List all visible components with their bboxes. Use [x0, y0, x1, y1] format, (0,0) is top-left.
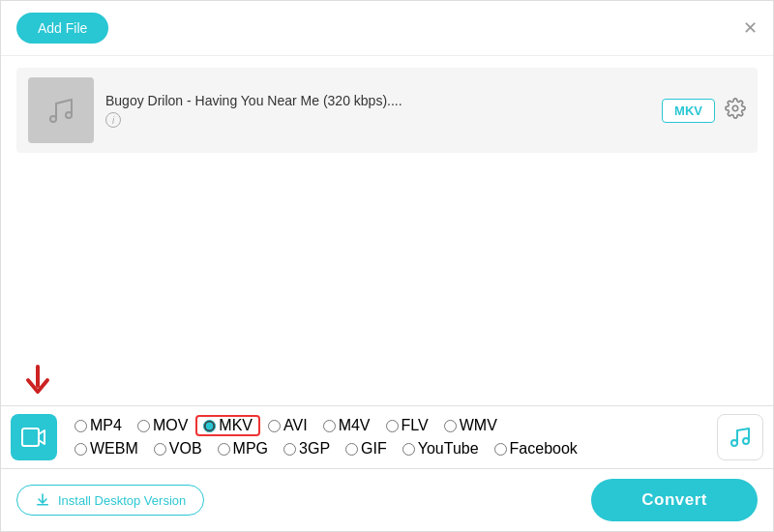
radio-3gp[interactable]	[283, 443, 296, 456]
file-item: Bugoy Drilon - Having You Near Me (320 k…	[16, 68, 758, 153]
format-option-vob[interactable]: VOB	[146, 438, 210, 459]
radio-wmv[interactable]	[444, 420, 457, 432]
arrow-row	[1, 353, 773, 405]
svg-rect-3	[22, 363, 30, 365]
radio-avi[interactable]	[268, 420, 281, 432]
format-option-avi[interactable]: AVI	[260, 415, 315, 436]
label-mov: MOV	[153, 417, 188, 434]
format-option-mp4[interactable]: MP4	[67, 415, 130, 436]
label-mp4: MP4	[90, 417, 122, 434]
format-badge-button[interactable]: MKV	[662, 99, 715, 123]
radio-youtube[interactable]	[402, 443, 415, 456]
label-facebook: Facebook	[510, 440, 578, 458]
spacer-area	[1, 164, 773, 319]
settings-button[interactable]	[725, 98, 746, 124]
format-option-m4v[interactable]: M4V	[315, 415, 378, 436]
format-option-mpg[interactable]: MPG	[210, 438, 276, 459]
file-name: Bugoy Drilon - Having You Near Me (320 k…	[105, 93, 650, 108]
file-list-area: Bugoy Drilon - Having You Near Me (320 k…	[1, 56, 773, 164]
label-youtube: YouTube	[418, 440, 479, 458]
top-bar: Add File ✕	[1, 1, 773, 56]
label-webm: WEBM	[90, 440, 138, 458]
file-thumbnail	[28, 77, 94, 143]
format-option-wmv[interactable]: WMV	[436, 415, 505, 436]
radio-m4v[interactable]	[323, 420, 336, 432]
install-label: Install Desktop Version	[58, 493, 186, 508]
format-option-mov[interactable]: MOV	[130, 415, 195, 436]
file-actions: MKV	[662, 98, 746, 124]
action-bar: Install Desktop Version Convert	[1, 469, 773, 531]
format-option-youtube[interactable]: YouTube	[395, 438, 487, 459]
bottom-section: MP4 MOV MKV AVI M4V	[1, 353, 773, 531]
format-bar: MP4 MOV MKV AVI M4V	[1, 405, 773, 469]
radio-vob[interactable]	[154, 443, 166, 456]
svg-point-0	[50, 116, 56, 122]
music-icon	[43, 92, 79, 129]
video-format-button[interactable]	[11, 414, 57, 460]
label-m4v: M4V	[339, 417, 371, 434]
label-3gp: 3GP	[299, 440, 330, 458]
audio-icon	[729, 426, 752, 449]
svg-rect-4	[22, 429, 39, 446]
file-info: Bugoy Drilon - Having You Near Me (320 k…	[105, 93, 650, 128]
info-icon[interactable]: i	[105, 112, 121, 128]
label-vob: VOB	[169, 440, 202, 458]
format-option-mkv[interactable]: MKV	[195, 415, 260, 436]
label-gif: GIF	[361, 440, 387, 458]
format-option-3gp[interactable]: 3GP	[276, 438, 338, 459]
label-avi: AVI	[283, 417, 308, 434]
format-option-facebook[interactable]: Facebook	[487, 438, 585, 459]
radio-mp4[interactable]	[74, 420, 87, 432]
svg-point-6	[743, 438, 749, 444]
svg-rect-7	[37, 504, 48, 506]
radio-mpg[interactable]	[218, 443, 230, 456]
install-desktop-button[interactable]: Install Desktop Version	[16, 485, 204, 516]
radio-flv[interactable]	[386, 420, 399, 432]
audio-format-button[interactable]	[717, 414, 763, 460]
svg-point-5	[731, 440, 737, 446]
add-file-button[interactable]: Add File	[16, 13, 108, 44]
label-mkv: MKV	[219, 417, 253, 434]
convert-button[interactable]: Convert	[591, 479, 758, 521]
format-option-gif[interactable]: GIF	[338, 438, 395, 459]
svg-point-2	[732, 105, 738, 111]
close-button[interactable]: ✕	[743, 19, 758, 37]
label-wmv: WMV	[460, 417, 497, 434]
radio-mov[interactable]	[137, 420, 150, 432]
gear-icon	[725, 98, 746, 119]
format-row-2: WEBM VOB MPG 3GP GIF	[67, 438, 707, 459]
radio-mkv[interactable]	[203, 420, 216, 432]
download-icon	[35, 492, 50, 508]
radio-facebook[interactable]	[494, 443, 507, 456]
format-options-container: MP4 MOV MKV AVI M4V	[67, 415, 707, 459]
label-flv: FLV	[402, 417, 429, 434]
format-option-flv[interactable]: FLV	[378, 415, 436, 436]
label-mpg: MPG	[233, 440, 268, 458]
video-icon	[21, 427, 46, 448]
format-row-1: MP4 MOV MKV AVI M4V	[67, 415, 707, 436]
radio-gif[interactable]	[345, 443, 358, 456]
svg-point-1	[66, 112, 72, 118]
format-option-webm[interactable]: WEBM	[67, 438, 146, 459]
down-arrow-icon	[16, 359, 59, 401]
radio-webm[interactable]	[74, 443, 87, 456]
